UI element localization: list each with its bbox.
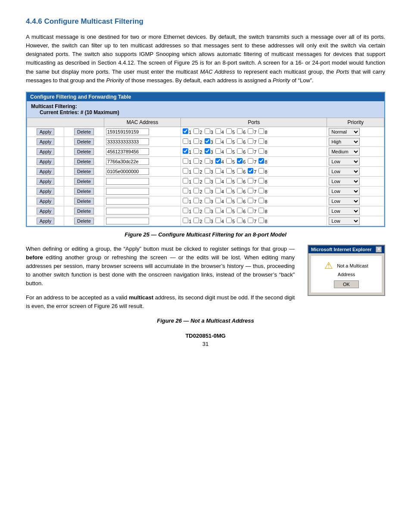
port-checkbox-2[interactable] xyxy=(193,158,199,164)
port-checkbox-3[interactable] xyxy=(205,208,210,213)
mac-address-input[interactable] xyxy=(106,148,149,155)
port-checkbox-4[interactable] xyxy=(215,168,221,174)
port-checkbox-8[interactable] xyxy=(258,178,264,184)
port-checkbox-4[interactable] xyxy=(215,138,221,144)
port-checkbox-4[interactable] xyxy=(215,198,221,203)
port-checkbox-6[interactable] xyxy=(237,148,243,154)
mac-address-input[interactable] xyxy=(106,178,149,185)
apply-button[interactable]: Apply xyxy=(37,198,55,205)
port-checkbox-8[interactable] xyxy=(258,128,264,134)
port-checkbox-8[interactable] xyxy=(258,168,264,174)
delete-button[interactable]: Delete xyxy=(74,178,94,185)
port-checkbox-7[interactable] xyxy=(248,138,253,144)
port-checkbox-2[interactable] xyxy=(193,168,199,174)
priority-select[interactable]: LowNormalMediumHigh xyxy=(329,217,360,225)
port-checkbox-5[interactable] xyxy=(226,148,232,154)
port-checkbox-5[interactable] xyxy=(226,168,232,174)
port-checkbox-5[interactable] xyxy=(226,158,232,164)
port-checkbox-8[interactable] xyxy=(258,218,264,223)
port-checkbox-7[interactable] xyxy=(248,148,253,154)
port-checkbox-2[interactable] xyxy=(193,198,199,203)
port-checkbox-2[interactable] xyxy=(193,128,199,134)
port-checkbox-6[interactable] xyxy=(237,218,243,223)
port-checkbox-7[interactable] xyxy=(248,168,253,174)
port-checkbox-6[interactable] xyxy=(237,198,243,203)
port-checkbox-1[interactable] xyxy=(183,128,188,134)
apply-button[interactable]: Apply xyxy=(37,218,55,224)
priority-select[interactable]: LowNormalMediumHigh xyxy=(329,168,360,175)
mac-address-input[interactable] xyxy=(106,128,149,135)
apply-button[interactable]: Apply xyxy=(37,168,55,175)
mac-address-input[interactable] xyxy=(106,218,149,224)
delete-button[interactable]: Delete xyxy=(74,218,94,224)
port-checkbox-6[interactable] xyxy=(237,158,243,164)
priority-select[interactable]: LowNormalMediumHigh xyxy=(329,158,360,165)
port-checkbox-8[interactable] xyxy=(258,198,264,203)
priority-select[interactable]: LowNormalMediumHigh xyxy=(329,177,360,185)
priority-select[interactable]: LowNormalMediumHigh xyxy=(329,128,360,136)
apply-button[interactable]: Apply xyxy=(37,188,55,195)
port-checkbox-3[interactable] xyxy=(205,158,210,164)
priority-select[interactable]: LowNormalMediumHigh xyxy=(329,148,360,156)
port-checkbox-2[interactable] xyxy=(193,218,199,223)
port-checkbox-6[interactable] xyxy=(237,138,243,144)
port-checkbox-7[interactable] xyxy=(248,218,253,223)
port-checkbox-5[interactable] xyxy=(226,128,232,134)
apply-button[interactable]: Apply xyxy=(37,208,55,215)
mac-address-input[interactable] xyxy=(106,188,149,195)
dialog-close-button[interactable]: ✕ xyxy=(376,246,382,252)
port-checkbox-8[interactable] xyxy=(258,138,264,144)
mac-address-input[interactable] xyxy=(106,138,149,145)
port-checkbox-4[interactable] xyxy=(215,158,221,164)
apply-button[interactable]: Apply xyxy=(37,138,55,145)
delete-button[interactable]: Delete xyxy=(74,198,94,205)
port-checkbox-8[interactable] xyxy=(258,158,264,164)
port-checkbox-7[interactable] xyxy=(248,188,253,193)
delete-button[interactable]: Delete xyxy=(74,188,94,195)
port-checkbox-5[interactable] xyxy=(226,178,232,184)
port-checkbox-1[interactable] xyxy=(183,138,188,144)
port-checkbox-3[interactable] xyxy=(205,178,210,184)
port-checkbox-8[interactable] xyxy=(258,208,264,213)
port-checkbox-2[interactable] xyxy=(193,138,199,144)
port-checkbox-4[interactable] xyxy=(215,128,221,134)
port-checkbox-1[interactable] xyxy=(183,188,188,193)
port-checkbox-8[interactable] xyxy=(258,188,264,193)
port-checkbox-3[interactable] xyxy=(205,188,210,193)
apply-button[interactable]: Apply xyxy=(37,178,55,185)
port-checkbox-2[interactable] xyxy=(193,208,199,213)
delete-button[interactable]: Delete xyxy=(74,158,94,165)
port-checkbox-6[interactable] xyxy=(237,188,243,193)
port-checkbox-1[interactable] xyxy=(183,218,188,223)
port-checkbox-1[interactable] xyxy=(183,178,188,184)
port-checkbox-4[interactable] xyxy=(215,208,221,213)
port-checkbox-5[interactable] xyxy=(226,208,232,213)
apply-button[interactable]: Apply xyxy=(37,158,55,165)
port-checkbox-2[interactable] xyxy=(193,178,199,184)
port-checkbox-5[interactable] xyxy=(226,188,232,193)
port-checkbox-4[interactable] xyxy=(215,218,221,223)
port-checkbox-3[interactable] xyxy=(205,148,210,154)
port-checkbox-7[interactable] xyxy=(248,208,253,213)
port-checkbox-3[interactable] xyxy=(205,128,210,134)
port-checkbox-4[interactable] xyxy=(215,178,221,184)
port-checkbox-1[interactable] xyxy=(183,168,188,174)
apply-button[interactable]: Apply xyxy=(37,148,55,155)
port-checkbox-6[interactable] xyxy=(237,128,243,134)
port-checkbox-3[interactable] xyxy=(205,218,210,223)
mac-address-input[interactable] xyxy=(106,198,149,205)
mac-address-input[interactable] xyxy=(106,208,149,215)
priority-select[interactable]: LowNormalMediumHigh xyxy=(329,207,360,215)
priority-select[interactable]: LowNormalMediumHigh xyxy=(329,197,360,205)
delete-button[interactable]: Delete xyxy=(74,168,94,175)
port-checkbox-8[interactable] xyxy=(258,148,264,154)
apply-button[interactable]: Apply xyxy=(37,128,55,135)
delete-button[interactable]: Delete xyxy=(74,148,94,155)
port-checkbox-3[interactable] xyxy=(205,138,210,144)
priority-select[interactable]: LowNormalMediumHigh xyxy=(329,187,360,195)
port-checkbox-1[interactable] xyxy=(183,198,188,203)
port-checkbox-3[interactable] xyxy=(205,168,210,174)
port-checkbox-4[interactable] xyxy=(215,188,221,193)
port-checkbox-7[interactable] xyxy=(248,158,253,164)
port-checkbox-1[interactable] xyxy=(183,158,188,164)
